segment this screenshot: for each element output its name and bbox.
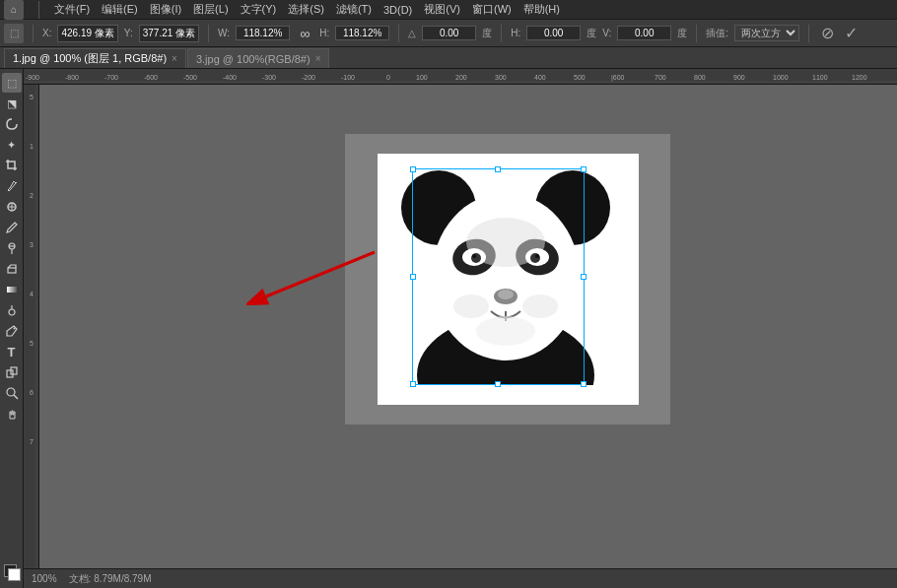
svg-line-0 <box>16 182 17 183</box>
menu-text[interactable]: 文字(Y) <box>241 2 277 17</box>
w-label: W: <box>218 28 230 38</box>
menu-select[interactable]: 选择(S) <box>288 2 324 17</box>
sep5 <box>501 25 502 42</box>
interp-select[interactable]: 两次立方 <box>734 25 799 41</box>
tool-brush[interactable] <box>2 218 22 237</box>
menu-image[interactable]: 图像(I) <box>150 2 181 17</box>
svg-text:900: 900 <box>733 74 745 81</box>
svg-text:100: 100 <box>416 74 428 81</box>
svg-rect-7 <box>8 268 16 273</box>
menu-file[interactable]: 文件(F) <box>54 2 90 17</box>
tool-crop[interactable] <box>2 156 22 175</box>
handle-br[interactable] <box>581 381 586 387</box>
tab-bar: 1.jpg @ 100% (图层 1, RGB/8#) × 3.jpg @ 10… <box>0 47 897 69</box>
sep6 <box>696 25 697 42</box>
tool-marquee[interactable]: ⬔ <box>2 94 22 113</box>
tab-3jpg[interactable]: 3.jpg @ 100%(RGB/8#) × <box>187 48 330 68</box>
svg-text:800: 800 <box>694 74 706 81</box>
svg-text:-900: -900 <box>26 74 39 81</box>
svg-text:1100: 1100 <box>812 74 828 81</box>
handle-mr[interactable] <box>581 274 586 280</box>
angle-value[interactable]: 0.00 <box>422 26 476 40</box>
ruler-horizontal: -900 -800 -700 -600 -500 -400 -300 -200 … <box>24 69 897 85</box>
svg-text:300: 300 <box>495 74 507 81</box>
tool-hand[interactable] <box>2 404 22 424</box>
angle-label: △ <box>408 28 416 38</box>
v-value[interactable]: 0.00 <box>617 26 671 40</box>
svg-rect-40 <box>24 85 39 588</box>
handle-tc[interactable] <box>495 166 501 172</box>
interp-label: 插值: <box>706 27 728 40</box>
handle-tl[interactable] <box>410 166 416 172</box>
tool-eraser[interactable] <box>2 259 22 279</box>
handle-tr[interactable] <box>581 166 586 172</box>
svg-text:-100: -100 <box>341 74 355 81</box>
h-skew-label: H: <box>511 28 520 38</box>
svg-text:|600: |600 <box>611 74 625 82</box>
menu-view[interactable]: 视图(V) <box>424 2 460 17</box>
svg-text:700: 700 <box>655 74 666 81</box>
svg-text:5: 5 <box>30 94 34 100</box>
menu-window[interactable]: 窗口(W) <box>472 2 512 17</box>
tool-dodge[interactable] <box>2 300 22 320</box>
w-value[interactable]: 118.12% <box>236 26 290 40</box>
tool-gradient[interactable] <box>2 280 22 299</box>
menu-edit[interactable]: 编辑(E) <box>102 2 138 17</box>
h-value[interactable]: 118.12% <box>335 26 389 40</box>
tool-type[interactable]: T <box>2 342 22 361</box>
tab-3jpg-close[interactable]: × <box>315 53 321 64</box>
canvas-inner <box>378 154 639 405</box>
tool-zoom[interactable] <box>2 383 22 403</box>
sep4 <box>398 25 399 42</box>
svg-rect-8 <box>7 287 17 293</box>
svg-line-70 <box>266 252 375 296</box>
svg-text:-600: -600 <box>144 74 158 81</box>
left-toolbar: ⬚ ⬔ ✦ T <box>0 69 24 588</box>
tool-shape[interactable] <box>2 362 22 382</box>
background-color[interactable] <box>8 568 21 581</box>
y-label: Y: <box>124 28 133 38</box>
svg-text:-200: -200 <box>302 74 315 81</box>
menu-3d[interactable]: 3D(D) <box>383 4 412 16</box>
tool-spot-heal[interactable] <box>2 197 22 217</box>
tab-1jpg-label: 1.jpg @ 100% (图层 1, RGB/8#) <box>13 51 167 66</box>
tab-1jpg-close[interactable]: × <box>172 53 177 64</box>
tab-3jpg-label: 3.jpg @ 100%(RGB/8#) <box>196 53 310 65</box>
cancel-btn[interactable]: ⊘ <box>818 25 836 42</box>
confirm-btn[interactable]: ✓ <box>842 25 860 42</box>
svg-text:-500: -500 <box>183 74 197 81</box>
tool-magic-wand[interactable]: ✦ <box>2 135 22 155</box>
sep3 <box>208 25 209 42</box>
sep7 <box>808 25 809 42</box>
v-label: V: <box>602 28 611 38</box>
h-label: H: <box>319 28 329 38</box>
y-value[interactable]: 377.21 像素 <box>139 25 199 42</box>
handle-ml[interactable] <box>410 274 416 280</box>
svg-text:0: 0 <box>386 74 390 81</box>
tool-clone[interactable] <box>2 238 22 258</box>
tool-lasso[interactable] <box>2 114 22 134</box>
h-skew-value[interactable]: 0.00 <box>526 26 581 40</box>
handle-bl[interactable] <box>410 381 416 387</box>
tool-move[interactable]: ⬚ <box>2 73 22 93</box>
tab-1jpg[interactable]: 1.jpg @ 100% (图层 1, RGB/8#) × <box>4 48 186 68</box>
svg-text:1200: 1200 <box>852 74 867 81</box>
canvas-viewport[interactable] <box>39 85 897 588</box>
svg-point-14 <box>7 388 15 396</box>
tool-eyedropper[interactable] <box>2 176 22 196</box>
x-label: X: <box>42 28 51 38</box>
svg-text:500: 500 <box>574 74 586 81</box>
handle-bc[interactable] <box>495 381 501 387</box>
sep2 <box>33 25 34 42</box>
menu-filter[interactable]: 滤镜(T) <box>336 2 372 17</box>
tool-icon: ⬚ <box>4 24 24 43</box>
svg-text:400: 400 <box>534 74 546 81</box>
menu-help[interactable]: 帮助(H) <box>523 2 560 17</box>
x-value[interactable]: 426.19 像素 <box>57 25 117 42</box>
menu-layer[interactable]: 图层(L) <box>193 2 228 17</box>
home-icon[interactable]: ⌂ <box>4 0 24 20</box>
canvas-document <box>345 134 670 425</box>
link-icon[interactable]: ∞ <box>296 25 313 42</box>
tool-pen[interactable] <box>2 321 22 341</box>
svg-text:6: 6 <box>30 389 34 396</box>
